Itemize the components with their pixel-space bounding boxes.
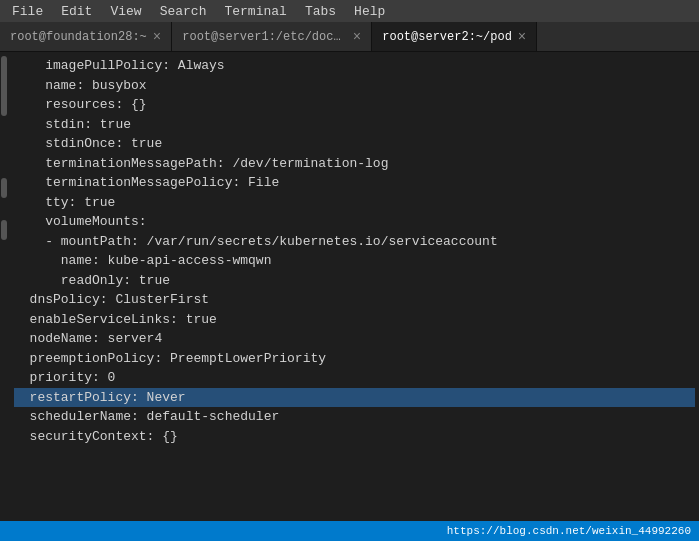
terminal-line-17: restartPolicy: Never: [14, 388, 695, 408]
terminal-line-2: resources: {}: [14, 95, 695, 115]
scroll-indicator-3: [1, 220, 7, 240]
tab-2[interactable]: root@server1:/etc/doc... ×: [172, 22, 372, 51]
menu-terminal[interactable]: Terminal: [216, 2, 294, 21]
terminal-line-8: volumeMounts:: [14, 212, 695, 232]
terminal-line-18: schedulerName: default-scheduler: [14, 407, 695, 427]
terminal-line-4: stdinOnce: true: [14, 134, 695, 154]
menu-search[interactable]: Search: [152, 2, 215, 21]
tab-3-close[interactable]: ×: [518, 30, 526, 44]
terminal-line-12: dnsPolicy: ClusterFirst: [14, 290, 695, 310]
menu-help[interactable]: Help: [346, 2, 393, 21]
terminal-line-19: securityContext: {}: [14, 427, 695, 447]
menu-edit[interactable]: Edit: [53, 2, 100, 21]
tab-2-label: root@server1:/etc/doc...: [182, 30, 347, 44]
terminal-line-9: - mountPath: /var/run/secrets/kubernetes…: [14, 232, 695, 252]
left-gutter: [0, 52, 8, 521]
terminal-line-16: priority: 0: [14, 368, 695, 388]
tab-1[interactable]: root@foundation28:~ ×: [0, 22, 172, 51]
terminal-line-5: terminationMessagePath: /dev/termination…: [14, 154, 695, 174]
terminal-line-3: stdin: true: [14, 115, 695, 135]
scroll-indicator-1: [1, 56, 7, 116]
terminal-line-10: name: kube-api-access-wmqwn: [14, 251, 695, 271]
terminal-line-0: imagePullPolicy: Always: [14, 56, 695, 76]
tab-1-close[interactable]: ×: [153, 30, 161, 44]
menu-tabs[interactable]: Tabs: [297, 2, 344, 21]
terminal-line-11: readOnly: true: [14, 271, 695, 291]
status-bar: https://blog.csdn.net/weixin_44992260: [0, 521, 699, 541]
menu-file[interactable]: File: [4, 2, 51, 21]
status-url: https://blog.csdn.net/weixin_44992260: [447, 525, 691, 537]
terminal-content[interactable]: imagePullPolicy: Always name: busybox re…: [8, 52, 699, 521]
menu-bar: File Edit View Search Terminal Tabs Help: [0, 0, 699, 22]
terminal-line-1: name: busybox: [14, 76, 695, 96]
tab-3-label: root@server2:~/pod: [382, 30, 512, 44]
menu-view[interactable]: View: [102, 2, 149, 21]
tab-2-close[interactable]: ×: [353, 30, 361, 44]
terminal-line-15: preemptionPolicy: PreemptLowerPriority: [14, 349, 695, 369]
terminal-line-6: terminationMessagePolicy: File: [14, 173, 695, 193]
tab-1-label: root@foundation28:~: [10, 30, 147, 44]
tab-bar: root@foundation28:~ × root@server1:/etc/…: [0, 22, 699, 52]
main-area: imagePullPolicy: Always name: busybox re…: [0, 52, 699, 521]
tab-3[interactable]: root@server2:~/pod ×: [372, 22, 537, 51]
terminal-line-14: nodeName: server4: [14, 329, 695, 349]
terminal-line-7: tty: true: [14, 193, 695, 213]
scroll-indicator-2: [1, 178, 7, 198]
terminal-line-13: enableServiceLinks: true: [14, 310, 695, 330]
